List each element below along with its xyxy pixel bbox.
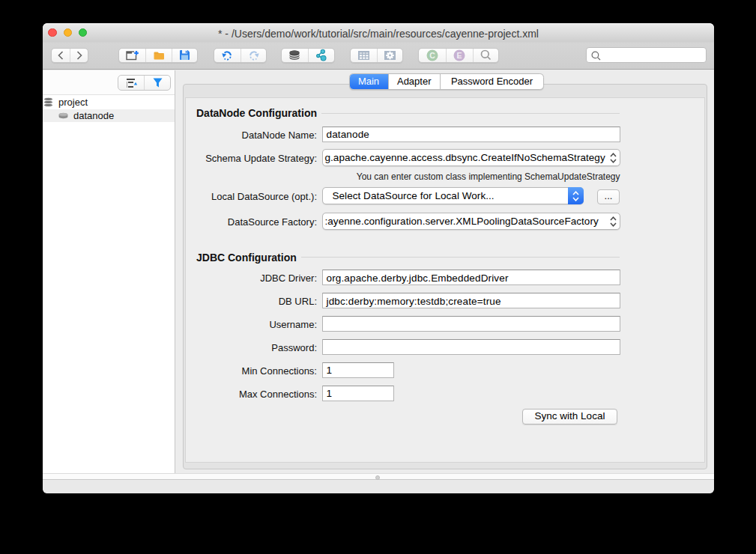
svg-text:C: C (429, 51, 435, 60)
svg-text:E: E (456, 51, 462, 60)
